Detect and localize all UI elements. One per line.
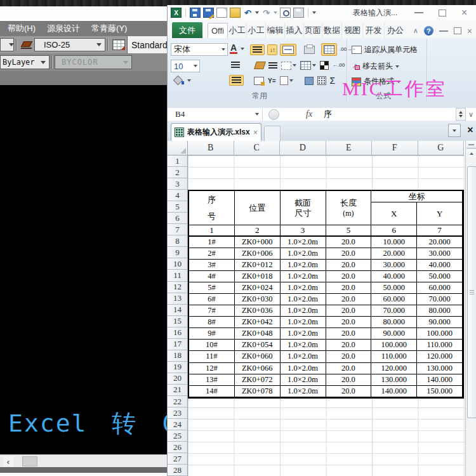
cell-section[interactable]: 1.0×2.0m [281,363,326,374]
cell-x[interactable]: 80.000 [371,317,417,328]
cell-position[interactable]: ZK0+000 [235,237,281,248]
cell-y[interactable]: 30.000 [417,248,463,260]
cell-position[interactable]: ZK0+048 [235,328,281,340]
data-table[interactable]: 序 号 位置 截面 尺寸 长度 (m) 坐标 X Y 1 2 [188,190,464,399]
row-header[interactable]: 4 [168,190,188,201]
cell-length[interactable]: 20.0 [326,271,372,282]
cell-position[interactable]: ZK0+036 [235,305,281,317]
cell-x[interactable]: 110.000 [371,351,417,362]
vscroll-thumb[interactable] [467,166,476,418]
row-header[interactable]: 21 [168,385,188,396]
cell-y[interactable]: 140.000 [417,374,463,386]
header-length[interactable]: 长度 (m) [326,191,372,225]
row-header[interactable]: 22 [168,396,188,407]
tab-view[interactable]: 视图 [342,23,363,38]
split-box[interactable] [466,141,476,149]
cell-x[interactable]: 130.000 [371,374,417,386]
tab-office[interactable]: Offi [208,23,228,38]
cell-no[interactable]: 3# [189,260,235,271]
align-bottom-icon[interactable] [268,62,277,69]
dim-style-combo[interactable]: ISO-25 [34,38,105,51]
fx-icon[interactable]: fx [306,109,312,119]
cell-section[interactable]: 1.0×2.0m [281,271,326,282]
tab-list-dropdown[interactable] [448,124,461,137]
cell-section[interactable]: 1.0×2.0m [281,260,326,271]
col-index-cell[interactable]: 6 [371,225,417,237]
cell-position[interactable]: ZK0+060 [235,351,281,362]
formula-content[interactable]: 序 [324,109,332,120]
filter-icon[interactable]: Y= [268,77,276,84]
header-y[interactable]: Y [417,202,463,225]
scroll-up-icon[interactable] [466,149,476,158]
cell-section[interactable]: 1.0×2.0m [281,294,326,305]
tab-tools-1[interactable]: 小工 [228,23,247,38]
cell-x[interactable]: 60.000 [371,294,417,305]
col-index-cell[interactable]: 7 [417,225,463,237]
cell-section[interactable]: 1.0×2.0m [281,317,326,328]
cell-no[interactable]: 13# [189,374,235,386]
cell-position[interactable]: ZK0+072 [235,374,281,386]
print-preview-icon[interactable] [280,8,291,18]
workbook-icon[interactable] [305,77,314,85]
close-icon[interactable]: × [461,8,467,18]
cell-position[interactable]: ZK0+054 [235,340,281,351]
border-style-button[interactable] [281,62,296,70]
row-header[interactable]: 7 [168,224,188,235]
checkerboard-icon[interactable] [320,61,329,70]
cell-y[interactable]: 90.000 [417,317,463,328]
empty-tab[interactable] [264,126,281,142]
edit-table-icon[interactable] [254,77,264,85]
open-icon[interactable] [230,8,241,18]
header-coordinates[interactable]: 坐标 [371,191,463,202]
row-header[interactable]: 17 [168,339,188,350]
fill-color-button[interactable] [173,76,191,84]
cell-x[interactable]: 100.000 [371,340,417,351]
tab-developer[interactable]: 开发 [363,23,385,38]
header-x[interactable]: X [371,202,417,225]
cell-no[interactable]: 8# [189,317,235,328]
new-document-icon[interactable] [216,8,227,18]
header-position[interactable]: 位置 [235,191,281,225]
cell-length[interactable]: 20.0 [326,260,372,271]
cell-x[interactable]: 70.000 [371,305,417,317]
cell-length[interactable]: 20.0 [326,282,372,294]
row-header[interactable]: 11 [168,270,188,281]
col-index-cell[interactable]: 3 [281,225,326,237]
header-no[interactable]: 序 号 [189,191,235,225]
tab-close-icon[interactable]: × [253,128,258,137]
undo-icon[interactable]: ↶ [243,8,253,17]
insert-function-icon[interactable] [268,109,279,120]
justify-button[interactable] [229,75,244,86]
cell-section[interactable]: 1.0×2.0m [281,328,326,340]
tab-insert[interactable]: 插入 [285,23,304,38]
cell-position[interactable]: ZK0+012 [235,260,281,271]
cell-y[interactable]: 20.000 [417,237,463,248]
paste-button[interactable] [280,76,293,85]
row-header[interactable]: 3 [168,178,188,190]
tab-tools-2[interactable]: 小工 [247,23,266,38]
header-section[interactable]: 截面 尺寸 [281,191,326,225]
column-header[interactable]: F [372,141,418,155]
merge-cells-button[interactable] [280,44,296,56]
workbook-minimize-icon[interactable] [439,30,448,32]
cell-y[interactable]: 60.000 [417,282,463,294]
menu-yuanquan-design[interactable]: 源泉设计 [47,23,80,34]
name-box[interactable]: B4 [168,108,263,121]
col-index-cell[interactable]: 1 [189,225,235,237]
hscroll-thumb[interactable] [22,456,37,466]
cell-no[interactable]: 11# [189,351,235,362]
cell-position[interactable]: ZK0+066 [235,363,281,374]
cell-length[interactable]: 20.0 [326,294,372,305]
cell-position[interactable]: ZK0+030 [235,294,281,305]
text-style-combo[interactable] [0,38,14,51]
undo-dropdown-icon[interactable] [255,11,259,14]
cell-x[interactable]: 120.000 [371,363,417,374]
cell-length[interactable]: 20.0 [326,317,372,328]
cell-length[interactable]: 20.0 [326,305,372,317]
minimize-icon[interactable] [414,12,423,13]
print-icon[interactable] [293,8,304,18]
cell-length[interactable]: 20.0 [326,248,372,260]
format-painter-icon[interactable] [254,62,266,69]
cell-length[interactable]: 20.0 [326,351,372,362]
row-header[interactable]: 5 [168,201,188,213]
